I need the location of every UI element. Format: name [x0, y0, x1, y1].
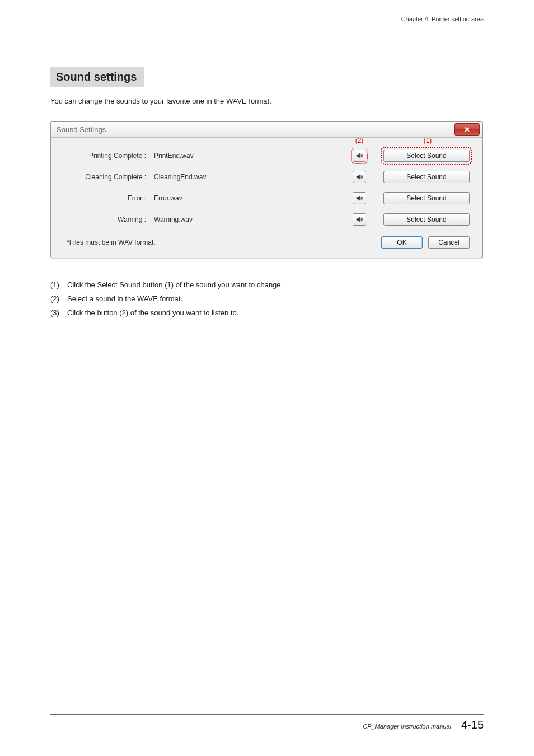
footer: CP_Manager Instruction manual 4-15 — [363, 718, 484, 731]
close-button[interactable]: ✕ — [454, 123, 480, 136]
speaker-icon — [355, 216, 363, 223]
select-sound-button[interactable]: Select Sound — [383, 192, 470, 204]
dialog-body: (2) (1) Printing Complete :PrintEnd.wavS… — [51, 138, 482, 258]
select-sound-button[interactable]: Select Sound — [383, 213, 470, 226]
step-text: Select a sound in the WAVE format. — [67, 295, 484, 303]
annotation-2: (2) — [351, 137, 368, 144]
sound-row: Error :Error.wavSelect Sound — [63, 190, 470, 206]
select-column: Select Sound — [368, 171, 470, 183]
row-filename: CleaningEnd.wav — [149, 173, 351, 181]
play-sound-button[interactable] — [353, 192, 366, 204]
play-column — [351, 192, 368, 204]
sound-row: Cleaning Complete :CleaningEnd.wavSelect… — [63, 169, 470, 185]
row-filename: Warning.wav — [149, 216, 351, 223]
speaker-icon — [355, 152, 363, 160]
dialog-titlebar: Sound Settings ✕ — [51, 122, 482, 138]
step-item: (3)Click the button (2) of the sound you… — [50, 309, 484, 317]
ok-button[interactable]: OK — [381, 236, 423, 249]
speaker-icon — [355, 194, 363, 202]
row-label: Printing Complete : — [63, 152, 149, 160]
play-column — [351, 171, 368, 183]
speaker-icon — [355, 173, 363, 181]
row-label: Error : — [63, 194, 149, 202]
step-number: (3) — [50, 309, 67, 317]
select-sound-button[interactable]: Select Sound — [383, 150, 470, 162]
play-sound-button[interactable] — [353, 213, 366, 226]
annotation-row: (2) (1) — [351, 137, 470, 144]
play-column — [351, 150, 368, 162]
step-text: Click the Select Sound button (1) of the… — [67, 281, 484, 289]
format-note: *Files must be in WAV format. — [63, 239, 376, 246]
select-column: Select Sound — [368, 192, 470, 204]
select-column: Select Sound — [368, 213, 470, 226]
section-title: Sound settings — [50, 67, 144, 87]
step-text: Click the button (2) of the sound you wa… — [67, 309, 484, 317]
step-item: (1)Click the Select Sound button (1) of … — [50, 281, 484, 289]
row-label: Cleaning Complete : — [63, 173, 149, 181]
close-icon: ✕ — [464, 126, 470, 133]
section-intro: You can change the sounds to your favori… — [50, 97, 484, 105]
sound-settings-dialog: Sound Settings ✕ (2) (1) Printing Comple… — [50, 121, 483, 258]
select-column: Select Sound — [368, 150, 470, 162]
row-filename: Error.wav — [149, 194, 351, 202]
select-sound-button[interactable]: Select Sound — [383, 171, 470, 183]
dialog-title: Sound Settings — [57, 125, 454, 134]
footer-docname: CP_Manager Instruction manual — [363, 723, 451, 730]
chapter-header: Chapter 4. Printer setting area — [401, 16, 484, 22]
step-item: (2)Select a sound in the WAVE format. — [50, 295, 484, 303]
sound-row: Warning :Warning.wavSelect Sound — [63, 212, 470, 227]
step-number: (2) — [50, 295, 67, 303]
play-sound-button[interactable] — [353, 150, 366, 162]
play-sound-button[interactable] — [353, 171, 366, 183]
footer-rule — [50, 714, 484, 715]
step-number: (1) — [50, 281, 67, 289]
play-column — [351, 213, 368, 226]
page-number: 4-15 — [461, 718, 484, 731]
row-filename: PrintEnd.wav — [149, 152, 351, 160]
header-rule — [50, 27, 484, 27]
sound-row: Printing Complete :PrintEnd.wavSelect So… — [63, 148, 470, 164]
annotation-1: (1) — [386, 137, 470, 144]
steps-list: (1)Click the Select Sound button (1) of … — [50, 281, 484, 317]
row-label: Warning : — [63, 216, 149, 223]
dialog-bottom-row: *Files must be in WAV format. OK Cancel — [63, 236, 470, 249]
cancel-button[interactable]: Cancel — [428, 236, 470, 249]
